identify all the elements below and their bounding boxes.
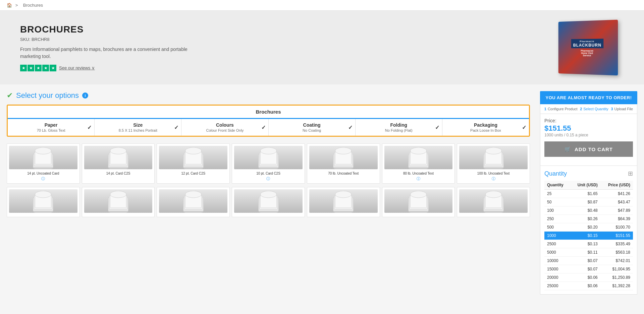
tab-option-size[interactable]: Size 8.5 X 11 Inches Portrait ✓ [95,119,181,136]
paper-layers-r2-6 [459,189,528,213]
paper-layers-r1-1 [84,146,153,169]
paper-layers-r2-0 [9,189,77,213]
svg-point-29 [410,147,426,154]
svg-point-24 [335,147,352,154]
product-card-r2-5[interactable] [382,187,455,217]
add-to-cart-button[interactable]: 🛒 ADD TO CART [544,141,633,157]
product-card-r2-2[interactable] [157,187,230,217]
qty-row-3[interactable]: 250 $0.26 $64.39 [544,215,633,223]
product-image: Pharmacie BLACKBURN PharmacistHome Visit… [557,21,624,74]
svg-point-14 [185,147,201,154]
qty-cell-unit-10: $0.06 [570,273,600,282]
product-card-img-r2-5 [384,189,453,213]
product-card-r2-4[interactable] [307,187,380,217]
product-card-info-r1-6[interactable]: ⓘ [459,176,528,181]
qty-row-4[interactable]: 500 $0.20 $100.70 [544,223,633,232]
qty-cell-qty-1: 50 [544,198,570,206]
qty-cell-price-9: $1,004.95 [600,265,633,273]
star-4: ★ [42,65,49,71]
product-card-r1-2[interactable]: 12 pt. Card C2S [157,143,230,184]
product-card-info-r1-0[interactable]: ⓘ [9,176,77,181]
product-card-r1-3[interactable]: 10 pt. Card C2S ⓘ [232,143,305,184]
product-card-r1-0[interactable]: 14 pt. Uncoated Card ⓘ [7,143,80,184]
product-card-r2-6[interactable] [457,187,530,217]
product-card-img-r2-3 [234,189,303,213]
qty-cell-unit-8: $0.07 [570,257,600,265]
qty-row-7[interactable]: 5000 $0.11 $563.18 [544,248,633,257]
tab-check-4: ✓ [435,124,439,131]
rating-section: ★ ★ ★ ★ ★ See our reviews ∨ [20,65,188,71]
product-card-img-r1-6 [459,146,528,169]
product-card-r1-5[interactable]: 80 lb. Uncoated Text ⓘ [382,143,455,184]
paper-layers-r1-2 [159,146,227,169]
qty-cell-price-7: $563.18 [600,248,633,257]
product-card-img-r1-0 [9,146,77,169]
qty-row-1[interactable]: 50 $0.87 $43.47 [544,198,633,206]
svg-point-39 [35,191,51,198]
order-step-1[interactable]: 1 Configure Product [544,107,578,111]
tab-option-colours[interactable]: Colours Colour Front Side Only ✓ [181,119,268,136]
qty-row-9[interactable]: 15000 $0.07 $1,004.95 [544,265,633,273]
qty-cell-price-5: $151.55 [600,232,633,240]
step-label-3: Upload File [614,107,633,111]
info-icon[interactable]: i [82,92,88,99]
paper-layers-r2-4 [309,189,378,213]
options-tab-container: Brochures Paper 70 Lb. Gloss Text ✓ Size… [7,105,530,137]
product-card-info-r1-5[interactable]: ⓘ [384,176,453,181]
tab-value-1: 8.5 X 11 Inches Portrait [97,128,178,132]
product-card-img-r1-2 [159,146,227,169]
star-icons: ★ ★ ★ ★ ★ [20,65,56,71]
product-card-img-r2-1 [84,189,153,213]
paper-layers-r1-6 [459,146,528,169]
product-card-r2-3[interactable] [232,187,305,217]
hero-section: BROCHURES SKU: BRCHR8 From Informational… [0,11,644,84]
qty-cell-qty-11: 25000 [544,282,570,290]
svg-point-19 [260,147,276,154]
home-link[interactable]: 🏠 [7,3,12,8]
qty-cell-qty-6: 2500 [544,240,570,248]
check-icon: ✔ [7,91,13,100]
tab-option-coating[interactable]: Coating No Coating ✓ [269,119,356,136]
svg-point-59 [335,191,352,198]
qty-row-11[interactable]: 25000 $0.06 $1,392.28 [544,282,633,290]
product-card-r1-1[interactable]: 14 pt. Card C2S [82,143,155,184]
product-card-label-r1-3: 10 pt. Card C2S [234,171,303,176]
qty-row-10[interactable]: 20000 $0.06 $1,250.89 [544,273,633,282]
qty-cell-price-3: $64.39 [600,215,633,223]
product-card-r2-0[interactable] [7,187,80,217]
tab-option-folding[interactable]: Folding No Folding (Flat) ✓ [356,119,442,136]
qty-cell-price-8: $742.01 [600,257,633,265]
grid-icon[interactable]: ⊞ [628,170,633,177]
tab-option-packaging[interactable]: Packaging Pack Loose In Box ✓ [442,119,529,136]
reviews-link[interactable]: See our reviews ∨ [59,65,95,70]
qty-row-2[interactable]: 100 $0.48 $47.89 [544,206,633,215]
product-card-r2-1[interactable] [82,187,155,217]
tab-options: Paper 70 Lb. Gloss Text ✓ Size 8.5 X 11 … [8,119,529,136]
step-num-2: 2 [580,107,582,111]
qty-row-6[interactable]: 2500 $0.13 $335.49 [544,240,633,248]
order-step-3[interactable]: 3 Upload File [611,107,633,111]
product-card-img-r1-4 [309,146,378,169]
sidebar: YOU ARE ALMOST READY TO ORDER! 1 Configu… [537,91,644,301]
order-step-2[interactable]: 2 Select Quantity [580,107,608,111]
qty-row-0[interactable]: 25 $1.65 $41.26 [544,190,633,198]
qty-cell-price-6: $335.49 [600,240,633,248]
tab-option-paper[interactable]: Paper 70 Lb. Gloss Text ✓ [8,119,95,136]
tab-check-0: ✓ [87,124,92,131]
qty-cell-qty-2: 100 [544,206,570,215]
paper-layers-r1-0 [9,146,77,169]
product-card-r1-4[interactable]: 70 lb. Uncoated Text [307,143,380,184]
product-card-info-r1-3[interactable]: ⓘ [234,176,303,181]
product-card-img-r2-6 [459,189,528,213]
qty-row-8[interactable]: 10000 $0.07 $742.01 [544,257,633,265]
qty-cell-price-4: $100.70 [600,223,633,232]
quantity-table: Quantity Unit (USD) Price (USD) 25 $1.65… [544,181,633,290]
qty-row-5[interactable]: 1000 $0.15 $151.55 [544,232,633,240]
tab-check-5: ✓ [522,124,526,131]
options-title: Select your options [16,91,79,100]
paper-layers-r2-5 [384,189,453,213]
tab-check-3: ✓ [348,124,353,131]
qty-cell-unit-1: $0.87 [570,198,600,206]
product-card-r1-6[interactable]: 100 lb. Uncoated Text ⓘ [457,143,530,184]
price-col-header: Price (USD) [600,181,633,190]
